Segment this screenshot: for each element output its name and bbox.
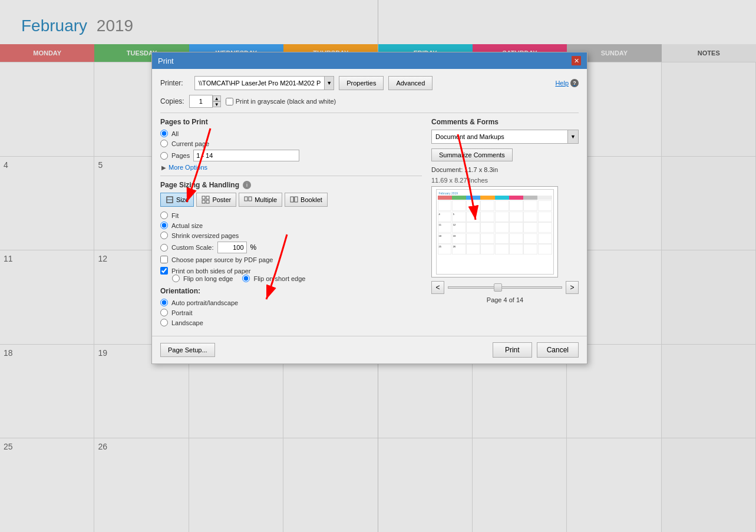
radio-pages[interactable]: Pages: [160, 150, 422, 161]
printer-dropdown-arrow[interactable]: ▼: [324, 77, 334, 90]
radio-custom[interactable]: Custom Scale:: [160, 244, 214, 252]
svg-rect-2: [202, 196, 205, 199]
radio-custom-input[interactable]: [160, 244, 168, 252]
poster-icon: [202, 196, 210, 204]
help-icon: ?: [570, 79, 579, 87]
orientation-radio-group: Auto portrait/landscape Portrait Landsca…: [160, 299, 422, 326]
radio-fit-input[interactable]: [160, 212, 168, 219]
orientation-section: Orientation: Auto portrait/landscape Por…: [160, 287, 422, 326]
radio-fit[interactable]: Fit: [160, 212, 422, 219]
svg-rect-9: [295, 197, 298, 202]
copies-row: Copies: ▲ ▼ Print in grayscale (black an…: [160, 95, 579, 108]
svg-rect-4: [202, 200, 205, 203]
separator: [160, 113, 579, 113]
close-button[interactable]: ✕: [572, 56, 581, 65]
separator2: [160, 176, 422, 176]
radio-auto-orient[interactable]: Auto portrait/landscape: [160, 299, 422, 306]
prev-page-button[interactable]: <: [431, 281, 444, 294]
dialog-footer: Page Setup... Print Cancel: [152, 336, 587, 364]
multiple-button[interactable]: Multiple: [239, 193, 282, 207]
preview-image: February 2019: [436, 189, 554, 275]
size-icon: [166, 196, 174, 204]
grayscale-checkbox[interactable]: [226, 98, 233, 105]
next-page-button[interactable]: >: [566, 281, 579, 294]
radio-landscape[interactable]: Landscape: [160, 319, 422, 326]
printer-label: Printer:: [160, 79, 190, 87]
nav-row: < >: [431, 281, 579, 294]
comments-value: Document and Markups: [432, 131, 567, 142]
slider-thumb[interactable]: [494, 283, 502, 292]
svg-rect-7: [249, 197, 252, 201]
sizing-options: Fit Actual size Shrink oversized pages C…: [160, 212, 422, 263]
radio-flip-short-input[interactable]: [242, 275, 250, 282]
pages-radio-group: All Current page Pages: [160, 130, 422, 161]
dialog-title: Print: [158, 57, 174, 65]
mini-calendar: February 2019: [437, 190, 553, 274]
grayscale-label: Print in grayscale (black and white): [236, 98, 336, 105]
footer-buttons: Print Cancel: [493, 342, 579, 358]
radio-actual-input[interactable]: [160, 222, 168, 229]
choose-paper-checkbox[interactable]: [160, 256, 168, 263]
svg-rect-8: [290, 197, 293, 202]
right-panel: Comments & Forms Document and Markups ▼ …: [431, 118, 579, 329]
copies-up[interactable]: ▲: [213, 95, 221, 101]
summarize-button[interactable]: Summarize Comments: [431, 148, 513, 161]
choose-paper-check[interactable]: Choose paper source by PDF page: [160, 256, 422, 263]
radio-flip-short[interactable]: Flip on short edge: [242, 275, 305, 282]
copies-label: Copies:: [160, 97, 184, 105]
radio-shrink-input[interactable]: [160, 232, 168, 239]
radio-auto-orient-input[interactable]: [160, 299, 168, 306]
comments-dropdown-arrow[interactable]: ▼: [567, 130, 578, 143]
doc-info: Document: 11.7 x 8.3in: [431, 166, 579, 173]
duplex-checkbox[interactable]: [160, 267, 168, 275]
radio-all-input[interactable]: [160, 130, 168, 137]
copies-input[interactable]: [189, 95, 213, 108]
radio-portrait[interactable]: Portrait: [160, 309, 422, 316]
dialog-body: Printer: \\TOMCAT\HP LaserJet Pro M201-M…: [152, 69, 587, 336]
radio-current[interactable]: Current page: [160, 140, 422, 147]
booklet-button[interactable]: Booklet: [285, 193, 328, 207]
printer-select-container[interactable]: \\TOMCAT\HP LaserJet Pro M201-M202 P ▼: [194, 76, 334, 90]
sizing-buttons: Size Poster Multiple Booklet: [160, 193, 422, 207]
scale-input[interactable]: [217, 242, 247, 253]
radio-portrait-input[interactable]: [160, 309, 168, 316]
dialog-titlebar: Print ✕: [152, 52, 587, 69]
copies-input-group: ▲ ▼: [189, 95, 221, 108]
radio-flip-long-input[interactable]: [172, 275, 180, 282]
svg-rect-3: [206, 196, 209, 199]
page-setup-button[interactable]: Page Setup...: [160, 343, 215, 357]
radio-flip-long[interactable]: Flip on long edge: [172, 275, 233, 282]
help-link[interactable]: Help ?: [555, 79, 579, 87]
dialog-content: Pages to Print All Current page Pages: [160, 118, 579, 329]
properties-button[interactable]: Properties: [339, 76, 384, 90]
more-options[interactable]: ▶ More Options: [160, 164, 422, 171]
multiple-icon: [244, 196, 252, 204]
radio-actual[interactable]: Actual size: [160, 222, 422, 229]
cancel-button[interactable]: Cancel: [537, 342, 579, 358]
radio-shrink[interactable]: Shrink oversized pages: [160, 232, 422, 239]
poster-button[interactable]: Poster: [196, 193, 236, 207]
page-sizing-header: Page Sizing & Handling i: [160, 181, 422, 189]
radio-landscape-input[interactable]: [160, 319, 168, 326]
copies-down[interactable]: ▼: [213, 101, 221, 107]
size-button[interactable]: Size: [160, 193, 194, 207]
pages-to-print-title: Pages to Print: [160, 118, 422, 126]
more-options-arrow: ▶: [161, 164, 166, 171]
radio-all[interactable]: All: [160, 130, 422, 137]
grayscale-check: Print in grayscale (black and white): [226, 98, 336, 105]
radio-current-input[interactable]: [160, 140, 168, 147]
page-slider[interactable]: [448, 286, 562, 289]
duplex-options: Flip on long edge Flip on short edge: [160, 275, 422, 282]
printer-row: Printer: \\TOMCAT\HP LaserJet Pro M201-M…: [160, 76, 579, 90]
svg-rect-6: [245, 197, 247, 201]
print-dialog: Print ✕ Printer: \\TOMCAT\HP LaserJet Pr…: [151, 52, 587, 364]
comments-select-container[interactable]: Document and Markups ▼: [431, 130, 579, 144]
radio-pages-input[interactable]: [160, 152, 168, 160]
duplex-check[interactable]: Print on both sides of paper: [160, 267, 422, 275]
page-dims: 11.69 x 8.27 Inches: [431, 177, 579, 184]
print-button[interactable]: Print: [493, 342, 532, 358]
page-sizing-title: Page Sizing & Handling: [160, 181, 239, 189]
orientation-title: Orientation:: [160, 287, 422, 295]
pages-range-input[interactable]: [193, 150, 299, 161]
advanced-button[interactable]: Advanced: [388, 76, 433, 90]
